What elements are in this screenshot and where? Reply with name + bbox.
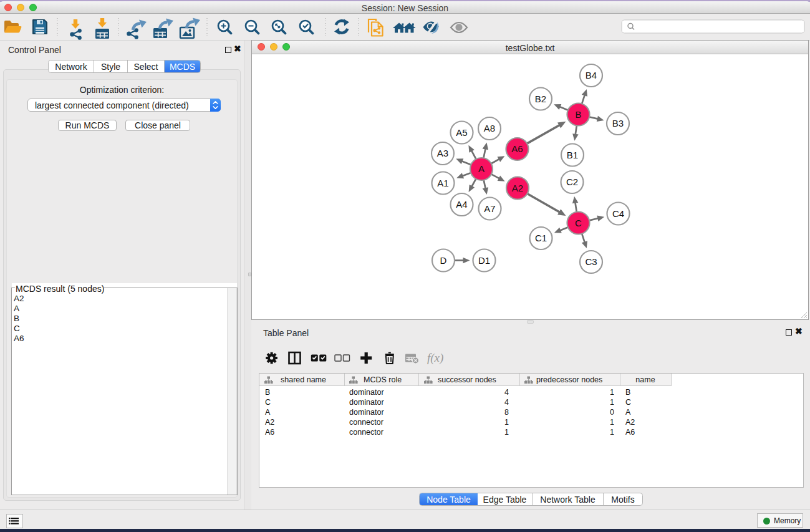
svg-text:A7: A7 xyxy=(484,203,495,214)
svg-text:A2: A2 xyxy=(512,183,523,193)
svg-text:A4: A4 xyxy=(456,199,467,210)
svg-text:A3: A3 xyxy=(437,148,448,158)
svg-text:B1: B1 xyxy=(567,150,578,160)
svg-text:A5: A5 xyxy=(456,127,467,138)
svg-text:f(x): f(x) xyxy=(427,351,443,365)
svg-text:A: A xyxy=(478,163,485,174)
svg-text:C4: C4 xyxy=(612,208,624,219)
svg-text:D: D xyxy=(440,255,447,266)
svg-text:C2: C2 xyxy=(566,177,578,187)
svg-text:C1: C1 xyxy=(535,233,547,243)
svg-text:B2: B2 xyxy=(535,94,546,104)
svg-text:D1: D1 xyxy=(478,255,490,266)
svg-text:C3: C3 xyxy=(585,256,597,267)
svg-text:A1: A1 xyxy=(437,178,448,188)
svg-text:A8: A8 xyxy=(484,123,495,133)
svg-text:A6: A6 xyxy=(511,143,523,154)
svg-text:B: B xyxy=(575,109,581,120)
svg-text:B4: B4 xyxy=(586,70,597,80)
svg-text:B3: B3 xyxy=(612,118,624,128)
svg-text:C: C xyxy=(575,218,582,228)
